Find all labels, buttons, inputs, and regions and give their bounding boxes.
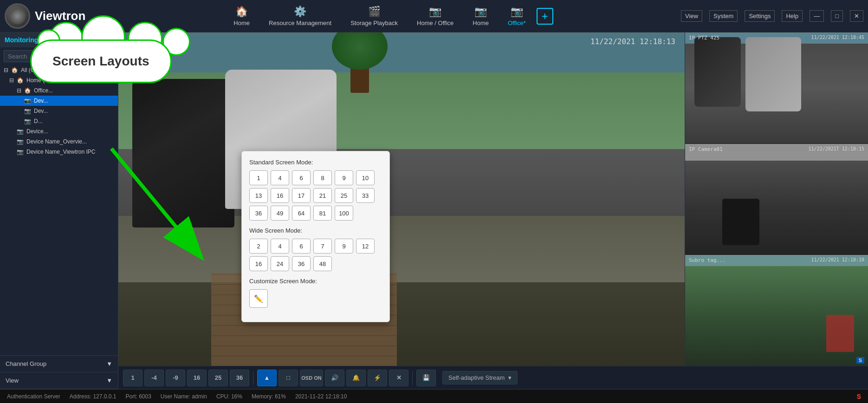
tree-item-office[interactable]: ⊟ 🏠 Office... (0, 85, 118, 96)
cpu-label: CPU: 16% (216, 393, 242, 400)
wide-btn-4[interactable]: 4 (271, 239, 289, 254)
office-tree-icon: 🏠 (24, 87, 31, 94)
wide-btn-2[interactable]: 2 (249, 239, 268, 254)
tree-item-device1-label: Device... (26, 128, 48, 135)
view-section[interactable]: View ▼ (0, 372, 118, 389)
customize-layout-button[interactable]: ✏️ (249, 289, 268, 308)
std-btn-13[interactable]: 13 (249, 188, 268, 203)
std-btn-6[interactable]: 6 (292, 170, 311, 185)
wide-btn-12[interactable]: 12 (356, 239, 375, 254)
nav-bar: 🏠 Home ⚙️ Resource Management 🎬 Storage … (107, 3, 672, 29)
wide-btn-16[interactable]: 16 (249, 256, 268, 271)
nav-home-label: Home (233, 20, 250, 26)
std-btn-21[interactable]: 21 (313, 188, 332, 203)
std-btn-81[interactable]: 81 (313, 206, 332, 221)
std-btn-33[interactable]: 33 (356, 188, 375, 203)
maximize-button[interactable]: □ (831, 10, 843, 22)
screen-layout-popup: Standard Screen Mode: 1 4 6 8 9 10 13 16… (241, 151, 390, 322)
tree-item-device2[interactable]: 📷 Device Name_Overvie... (0, 136, 118, 147)
overlay-background (118, 32, 868, 389)
app-logo (5, 3, 30, 29)
channel-group-expand-icon: ▼ (106, 360, 112, 367)
office-icon: 📷 (511, 6, 523, 18)
wide-btn-6[interactable]: 6 (292, 239, 311, 254)
home2-icon: 📷 (474, 6, 487, 18)
nav-office[interactable]: 📷 Office* (499, 3, 534, 29)
nav-home2-label: Home (473, 20, 489, 26)
tree-item-device1[interactable]: 📷 Device... (0, 126, 118, 136)
view-button[interactable]: View (681, 10, 702, 22)
settings-button[interactable]: Settings (745, 10, 775, 22)
status-badge: S (857, 393, 861, 400)
memory-label: Memory: 61% (252, 393, 286, 400)
nav-resource[interactable]: ⚙️ Resource Management (260, 3, 340, 29)
standard-mode-title: Standard Screen Mode: (249, 159, 382, 166)
std-btn-36[interactable]: 36 (249, 206, 268, 221)
view-label: View (6, 377, 19, 384)
close-button[interactable]: ✕ (850, 10, 863, 22)
wide-btn-48[interactable]: 48 (313, 256, 332, 271)
wide-btn-9[interactable]: 9 (335, 239, 353, 254)
tree-item-dev2[interactable]: 📷 Dev... (0, 106, 118, 116)
std-btn-4[interactable]: 4 (271, 170, 289, 185)
tree-item-dev3-label: D... (34, 118, 43, 124)
std-btn-49[interactable]: 49 (271, 206, 289, 221)
nav-home[interactable]: 🏠 Home (225, 3, 258, 29)
std-btn-64[interactable]: 64 (292, 206, 311, 221)
dev1-icon: 📷 (24, 98, 31, 104)
statusbar: Authentication Server Address: 127.0.0.1… (0, 389, 868, 403)
username-label: User Name: admin (161, 393, 207, 400)
nav-home-office[interactable]: 📷 Home / Office (408, 3, 462, 29)
nav-home2[interactable]: 📷 Home (464, 3, 497, 29)
std-btn-100[interactable]: 100 (335, 206, 353, 221)
auth-server-label: Authentication Server (7, 393, 60, 400)
tree-item-office-label: Office... (34, 87, 53, 94)
std-btn-25[interactable]: 25 (335, 188, 353, 203)
std-btn-16[interactable]: 16 (271, 188, 289, 203)
storage-icon: 🎬 (368, 6, 381, 18)
cloud-text: Screen Layouts (52, 54, 149, 68)
system-button[interactable]: System (709, 10, 738, 22)
view-expand-icon: ▼ (106, 377, 112, 384)
tree-item-dev1-label: Dev... (34, 98, 48, 104)
home-tree-icon: 🏠 (11, 67, 18, 73)
nav-storage[interactable]: 🎬 Storage Playback (342, 3, 406, 29)
app-title: Viewtron (35, 9, 85, 23)
std-btn-10[interactable]: 10 (356, 170, 375, 185)
wide-btn-24[interactable]: 24 (271, 256, 289, 271)
wide-btn-36[interactable]: 36 (292, 256, 311, 271)
help-button[interactable]: Help (782, 10, 803, 22)
wide-btn-7[interactable]: 7 (313, 239, 332, 254)
wide-mode-title: Wide Screen Mode: (249, 227, 382, 234)
channel-group-section[interactable]: Channel Group ▼ (0, 356, 118, 372)
nav-storage-label: Storage Playback (350, 20, 398, 26)
tree-item-device2-label: Device Name_Overvie... (26, 138, 87, 145)
topbar-right: View System Settings Help — □ ✕ (681, 10, 863, 22)
customize-mode-title: Customize Screen Mode: (249, 278, 382, 285)
svg-line-1 (111, 149, 200, 255)
datetime-label: 2021-11-22 12:18:10 (295, 393, 347, 400)
tree-item-dev1[interactable]: 📷 Dev... (0, 96, 118, 106)
sidebar-bottom: Channel Group ▼ View ▼ (0, 355, 118, 389)
wide-mode-grid: 2 4 6 7 9 12 16 24 36 48 (249, 239, 382, 271)
std-btn-17[interactable]: 17 (292, 188, 311, 203)
device3-icon: 📷 (17, 149, 24, 155)
std-btn-8[interactable]: 8 (313, 170, 332, 185)
tree-item-device3[interactable]: 📷 Device Name_Viewtron IPC (0, 147, 118, 157)
device2-icon: 📷 (17, 138, 24, 145)
expand-office-icon: ⊟ (17, 87, 21, 94)
dev3-icon: 📷 (24, 118, 31, 124)
minimize-button[interactable]: — (810, 10, 824, 22)
topbar: Viewtron 🏠 Home ⚙️ Resource Management 🎬… (0, 0, 868, 32)
tree-item-dev3[interactable]: 📷 D... (0, 116, 118, 126)
std-btn-1[interactable]: 1 (249, 170, 268, 185)
cloud-popup: Screen Layouts (30, 39, 172, 83)
port-label: Port: 6003 (125, 393, 151, 400)
nav-resource-label: Resource Management (269, 20, 331, 26)
tree-item-dev2-label: Dev... (34, 108, 48, 114)
std-btn-9[interactable]: 9 (335, 170, 353, 185)
address-label: Address: 127.0.0.1 (70, 393, 117, 400)
tree-item-device3-label: Device Name_Viewtron IPC (26, 149, 96, 155)
standard-mode-grid: 1 4 6 8 9 10 13 16 17 21 25 33 36 49 64 … (249, 170, 382, 221)
add-tab-button[interactable]: + (537, 8, 553, 25)
